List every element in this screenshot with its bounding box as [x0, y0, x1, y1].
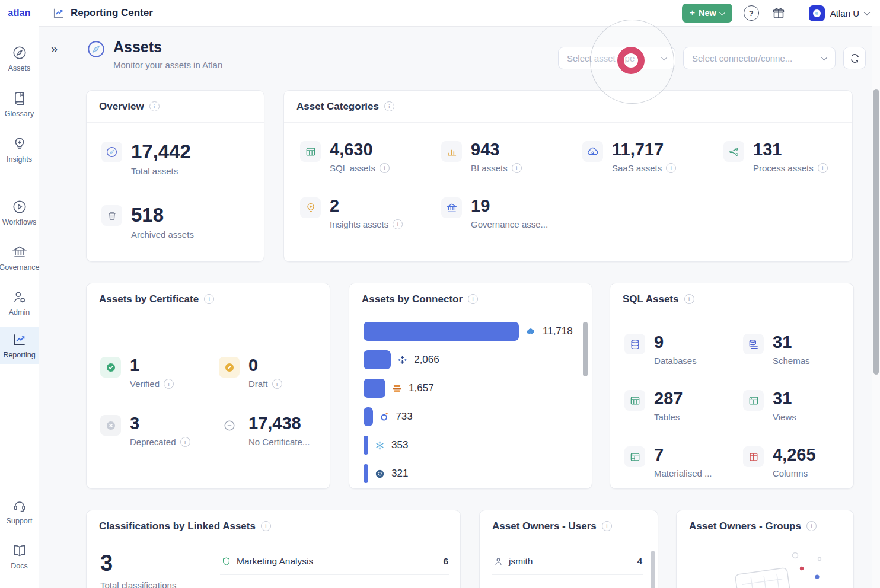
sidebar-item-support[interactable]: Support: [0, 493, 39, 530]
draft-badge-icon: [219, 357, 240, 378]
connector-placeholder: Select connector/conne...: [692, 53, 792, 63]
info-icon[interactable]: [468, 294, 478, 304]
sidebar-item-label: Insights: [7, 155, 32, 164]
sidebar-item-insights[interactable]: Insights: [0, 132, 39, 168]
classification-row[interactable]: Marketing Analysis 6: [220, 549, 449, 575]
atlan-logo-text: atlan: [8, 8, 30, 18]
stat-label: SaaS assets: [612, 163, 662, 173]
sql-assets-card: SQL Assets 9 Databases 31 Schemas 287 Ta…: [610, 283, 854, 489]
stat-insights-assets: 2 Insights assets: [300, 197, 403, 229]
user-gear-icon: [12, 289, 27, 305]
sidebar-item-docs[interactable]: Docs: [0, 538, 39, 575]
info-icon[interactable]: [180, 437, 190, 447]
owner-user-row[interactable]: jsmith 4: [492, 549, 643, 575]
sidebar-expand-button[interactable]: [47, 41, 61, 56]
info-icon[interactable]: [204, 294, 214, 304]
sidebar-item-label: Reporting: [3, 351, 35, 359]
asset-type-select[interactable]: Select asset type: [558, 47, 675, 69]
redshift-icon: [391, 383, 403, 394]
page-scrollbar-thumb[interactable]: [873, 89, 879, 375]
user-icon: [493, 557, 503, 567]
info-icon[interactable]: [818, 163, 828, 173]
process-icon: [723, 141, 744, 162]
stat-value: 0: [248, 357, 282, 374]
stat-label: Tables: [654, 412, 680, 422]
info-icon[interactable]: [512, 163, 522, 173]
new-button-label: New: [699, 8, 716, 18]
stat-value: 17,438: [248, 415, 310, 432]
sidebar-item-label: Workflows: [2, 218, 36, 226]
stat-value: 131: [753, 141, 828, 158]
info-icon[interactable]: [684, 294, 694, 304]
info-icon[interactable]: [393, 219, 403, 229]
cloud-icon: [582, 141, 603, 162]
classification-name: Marketing Analysis: [237, 556, 438, 567]
sidebar-item-assets[interactable]: Assets: [0, 40, 39, 77]
connector-scrollbar-thumb[interactable]: [583, 322, 588, 376]
connector-row-snowflake: 353: [364, 436, 574, 455]
connector-row-postgres: 321: [364, 464, 574, 483]
assets-compass-icon: [86, 39, 106, 59]
minus-circle-icon: [219, 415, 240, 436]
reporting-center-icon: [52, 7, 65, 20]
info-icon[interactable]: [380, 163, 390, 173]
bulb-icon: [12, 136, 27, 152]
connector-scrollbar[interactable]: [583, 320, 588, 456]
stat-saas-assets: 11,717 SaaS assets: [582, 141, 676, 173]
bar-value: 321: [391, 468, 408, 480]
help-button[interactable]: [743, 5, 760, 21]
connector-row-looker: 733: [364, 407, 574, 426]
bar-tableau: [364, 350, 391, 369]
compass-icon: [101, 142, 122, 162]
info-icon[interactable]: [164, 379, 174, 389]
connector-row-tableau: 2,066: [364, 350, 574, 369]
assets-by-certificate-card: Assets by Certificate 1 Verified 0 Draft…: [86, 283, 330, 489]
info-icon[interactable]: [261, 521, 271, 531]
asset-owners-users-card: Asset Owners - Users jsmith 4: [479, 510, 658, 588]
sidebar-item-admin[interactable]: Admin: [0, 285, 39, 321]
user-menu[interactable]: Atlan U: [809, 5, 869, 21]
whats-new-button[interactable]: [770, 5, 787, 21]
empty-state-illustration: [703, 547, 828, 588]
filter-bar: Select asset type Select connector/conne…: [558, 47, 866, 69]
stat-label: Databases: [654, 356, 697, 366]
stat-bi-assets: 943 BI assets: [441, 141, 522, 173]
refresh-button[interactable]: [843, 47, 866, 69]
stat-tables: 287 Tables: [624, 390, 683, 422]
owner-user-name: jsmith: [509, 556, 632, 567]
total-value: 3: [100, 552, 176, 574]
info-icon[interactable]: [149, 101, 160, 111]
sidebar-item-governance[interactable]: Governance: [0, 239, 39, 276]
chevron-down-icon: [821, 54, 827, 60]
postgres-icon: [374, 468, 385, 480]
atlan-logo[interactable]: atlan: [0, 0, 39, 26]
sidebar-item-reporting[interactable]: Reporting: [0, 327, 39, 364]
salesforce-icon: [525, 325, 537, 337]
stat-verified: 1 Verified: [100, 357, 174, 389]
sidebar-item-glossary[interactable]: Glossary: [0, 86, 39, 123]
users-scrollbar-thumb[interactable]: [651, 551, 655, 588]
database-icon: [624, 334, 645, 354]
info-icon[interactable]: [384, 101, 394, 111]
sidebar-item-label: Governance: [0, 263, 40, 271]
verified-badge-icon: [100, 357, 121, 378]
info-icon[interactable]: [806, 521, 817, 531]
sidebar-item-workflows[interactable]: Workflows: [0, 194, 39, 231]
stat-label: Draft: [248, 379, 268, 389]
bar-postgres: [364, 464, 368, 483]
stat-views: 31 Views: [743, 390, 796, 422]
stat-governance-assets: 19 Governance asse...: [441, 197, 548, 229]
stat-value: 518: [131, 205, 194, 225]
card-title: Overview: [99, 101, 144, 113]
stat-label: Materialised ...: [654, 468, 712, 478]
classifications-card: Classifications by Linked Assets 3 Total…: [86, 510, 461, 588]
info-icon[interactable]: [272, 379, 282, 389]
info-icon[interactable]: [666, 163, 676, 173]
stat-archived-assets: 518 Archived assets: [101, 205, 194, 239]
new-button[interactable]: New: [682, 4, 732, 23]
table-icon: [300, 141, 321, 162]
connector-select[interactable]: Select connector/conne...: [683, 47, 836, 69]
info-icon[interactable]: [602, 521, 612, 531]
bar-value: 353: [391, 439, 408, 451]
materialised-view-icon: [624, 446, 645, 467]
